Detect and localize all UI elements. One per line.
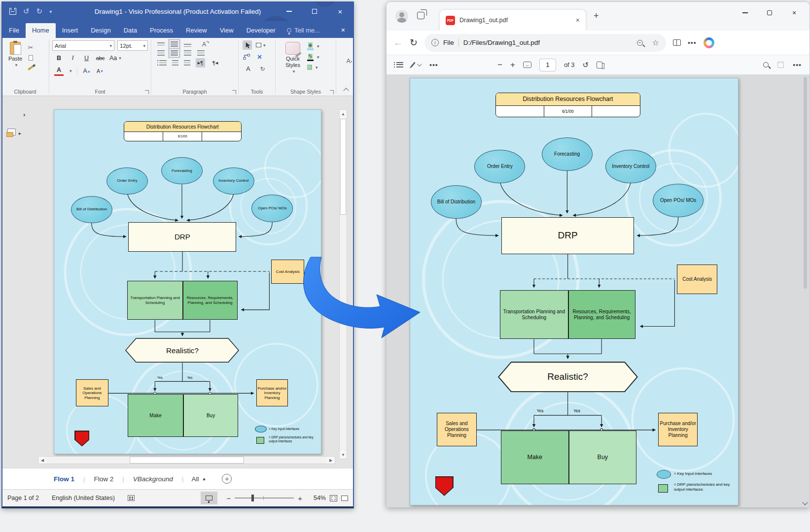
split-screen-icon[interactable] xyxy=(673,39,681,46)
connection-point-icon[interactable]: ✕ xyxy=(255,52,264,62)
strikethrough-button[interactable]: abc xyxy=(96,53,105,63)
current-page-input[interactable]: 1 xyxy=(539,59,556,71)
italic-button[interactable]: I xyxy=(68,53,77,63)
node-transportation[interactable]: Transportation Planning and Scheduling xyxy=(127,281,183,320)
text-direction-rtl-icon[interactable]: ¶◂ xyxy=(211,58,220,67)
increase-indent-icon[interactable] xyxy=(184,60,190,66)
align-right-icon[interactable] xyxy=(184,50,191,56)
rotate-icon[interactable]: ↺ xyxy=(583,61,589,69)
align-top-icon[interactable] xyxy=(157,42,165,46)
horizontal-scrollbar[interactable]: ◀ ▶ xyxy=(38,456,335,464)
tab-process[interactable]: Process xyxy=(143,23,179,38)
status-language[interactable]: English (United States) xyxy=(52,495,115,501)
save-icon[interactable] xyxy=(9,8,16,15)
zoom-slider-thumb[interactable] xyxy=(251,495,254,501)
refresh-icon[interactable]: ↻ xyxy=(410,37,418,48)
copy-icon[interactable] xyxy=(26,54,35,62)
grow-font-button[interactable]: A▲ xyxy=(82,66,92,76)
page-tab-vbackground[interactable]: VBackground xyxy=(124,475,182,483)
page-info-icon[interactable]: i xyxy=(431,39,439,46)
zoom-in-icon[interactable]: + xyxy=(510,60,515,70)
zoom-level[interactable]: 54% xyxy=(306,495,326,501)
quick-styles-button[interactable]: Quick Styles ▾ xyxy=(279,40,307,87)
save-icon[interactable] xyxy=(777,62,784,68)
tab-actions-icon[interactable] xyxy=(417,12,424,19)
address-bar[interactable]: i File D:/Files/Drawing1_out.pdf ☆ xyxy=(424,34,666,52)
align-center-icon[interactable] xyxy=(171,50,178,56)
fill-button[interactable]: ◈▾ xyxy=(307,42,319,50)
tab-close-icon[interactable]: × xyxy=(576,16,580,24)
rotate-tool-icon[interactable]: ↻ xyxy=(258,64,267,73)
decrease-indent-icon[interactable] xyxy=(172,60,178,66)
tab-insert[interactable]: Insert xyxy=(56,23,85,38)
node-bill-of-distribution[interactable]: Bill of Distribution xyxy=(71,196,112,223)
tab-file[interactable]: File xyxy=(2,23,26,38)
page-tab-flow2[interactable]: Flow 2 xyxy=(85,475,123,483)
node-drp[interactable]: DRP xyxy=(128,222,236,252)
shrink-font-button[interactable]: A▼ xyxy=(96,66,105,76)
justify-icon[interactable] xyxy=(197,50,205,56)
tab-view[interactable]: View xyxy=(213,23,240,38)
align-left-icon[interactable] xyxy=(157,50,165,56)
paste-button[interactable]: Paste ▾ xyxy=(4,40,26,87)
search-icon[interactable] xyxy=(763,62,769,67)
browser-tab-active[interactable]: PDF Drawing1_out.pdf × xyxy=(440,10,586,31)
horizontal-scroll-thumb[interactable] xyxy=(130,457,244,464)
connector-tool-icon[interactable] xyxy=(243,53,250,61)
scroll-down-icon[interactable]: ▼ xyxy=(340,451,347,459)
line-button[interactable]: ✎▾ xyxy=(307,54,319,62)
flowchart-title-block[interactable]: Distribution Resources Flowchart 6/1/00 xyxy=(124,121,242,141)
close-button[interactable]: × xyxy=(782,5,807,21)
status-page-info[interactable]: Page 1 of 2 xyxy=(7,495,39,501)
pdf-scrollbar[interactable] xyxy=(803,77,808,505)
switch-windows-icon[interactable] xyxy=(341,496,348,501)
settings-more-icon[interactable]: ••• xyxy=(688,39,697,47)
tell-me-box[interactable]: Tell me... xyxy=(282,23,325,38)
back-icon[interactable]: ← xyxy=(393,37,403,48)
node-cost-analysis[interactable]: Cost Analysis xyxy=(271,260,304,284)
change-case-button[interactable]: Aa▾ xyxy=(109,53,121,63)
toolbar-more-icon[interactable]: ••• xyxy=(429,61,438,69)
annotate-button[interactable] xyxy=(412,62,421,68)
pdf-scroll-thumb[interactable] xyxy=(804,77,807,289)
text-rotate-icon[interactable]: A↷ xyxy=(202,40,210,48)
zoom-out-button[interactable]: − xyxy=(226,494,231,502)
profile-avatar[interactable] xyxy=(395,10,408,23)
customize-qat-icon[interactable]: ▾ xyxy=(49,9,52,14)
node-make[interactable]: Make xyxy=(128,394,183,437)
maximize-button[interactable] xyxy=(302,1,327,21)
vertical-scrollbar[interactable]: ▲ ▼ xyxy=(339,109,347,459)
table-of-contents-icon[interactable] xyxy=(396,62,403,67)
zoom-out-icon[interactable]: − xyxy=(497,60,502,70)
node-sales-ops[interactable]: Sales and Operations Planning xyxy=(76,379,108,406)
format-painter-icon[interactable] xyxy=(26,64,35,72)
font-dialog-launcher[interactable] xyxy=(145,90,149,94)
vertical-scroll-thumb[interactable] xyxy=(340,119,346,215)
stencil-arrow-icon[interactable]: ▸ xyxy=(19,131,21,136)
text-tool-icon[interactable]: A xyxy=(244,64,253,73)
align-middle-icon[interactable] xyxy=(171,41,178,47)
rectangle-tool-icon[interactable]: ▾ xyxy=(256,40,266,50)
favorite-star-icon[interactable]: ☆ xyxy=(652,38,659,47)
page-view-icon[interactable] xyxy=(597,62,602,68)
font-size-combo[interactable]: 12pt.▾ xyxy=(117,40,148,51)
tab-data[interactable]: Data xyxy=(117,23,143,38)
pointer-tool-icon[interactable] xyxy=(243,40,252,50)
collapse-ribbon-icon[interactable] xyxy=(343,88,349,93)
tab-review[interactable]: Review xyxy=(179,23,213,38)
stencil-icon[interactable] xyxy=(7,129,16,135)
shape-styles-dialog-launcher[interactable] xyxy=(330,90,334,94)
font-color-button[interactable]: A xyxy=(54,66,64,76)
paste-dropdown-icon[interactable]: ▾ xyxy=(15,63,18,67)
copilot-icon[interactable] xyxy=(704,37,714,48)
fit-page-icon[interactable] xyxy=(330,495,337,501)
zoom-indicator-icon[interactable] xyxy=(637,40,643,46)
minimize-button[interactable] xyxy=(733,5,757,21)
page-tab-all[interactable]: All▲ xyxy=(183,475,214,483)
node-purchase-inventory[interactable]: Purchase and/or Inventory Planning xyxy=(256,379,288,406)
cut-icon[interactable]: ✂ xyxy=(26,43,35,51)
presentation-mode-button[interactable] xyxy=(201,492,217,504)
undo-icon[interactable]: ↺ xyxy=(23,7,30,16)
scroll-right-icon[interactable]: ▶ xyxy=(327,457,335,464)
insert-page-button[interactable]: + xyxy=(222,474,232,484)
